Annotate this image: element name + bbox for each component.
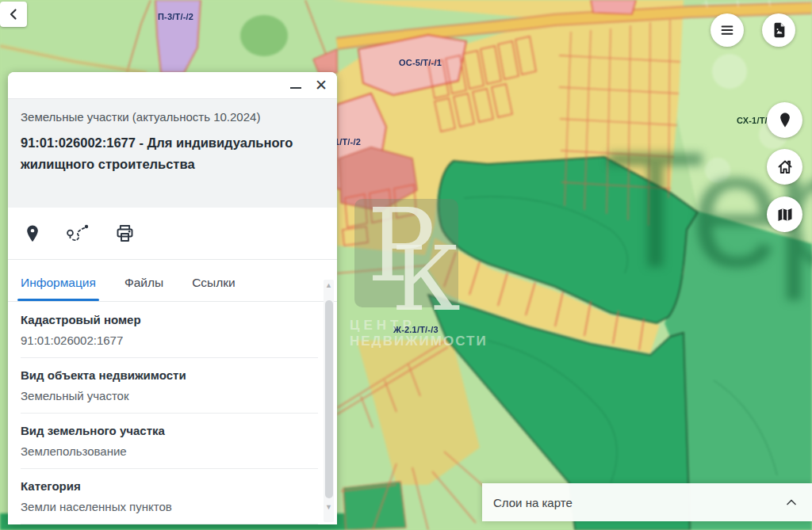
layers-panel-toggle[interactable]: Слои на карте xyxy=(482,483,812,521)
watermark-text: НЕДВИЖИМОСТИ xyxy=(350,334,488,349)
tab-files[interactable]: Файлы xyxy=(124,276,163,301)
home-button[interactable] xyxy=(767,149,802,185)
home-icon xyxy=(776,158,795,177)
hamburger-icon xyxy=(718,21,736,39)
chevron-up-icon xyxy=(783,494,799,510)
parcel-title: 91:01:026002:1677 - Для индивидуального … xyxy=(21,132,318,175)
location-pin-icon xyxy=(24,223,41,244)
field-row: Вид земельного участка Землепользование xyxy=(21,414,318,469)
route-icon xyxy=(65,223,90,245)
field-label: Вид объекта недвижимости xyxy=(21,368,318,382)
parcel-fields-list: Кадастровый номер 91:01:026002:1677 Вид … xyxy=(21,303,318,524)
field-row: Категория Земли населенных пунктов xyxy=(21,469,318,524)
menu-button[interactable] xyxy=(710,13,744,47)
field-value: Земли населенных пунктов xyxy=(21,500,318,513)
basemap-button[interactable] xyxy=(767,196,802,232)
map-icon xyxy=(776,205,795,224)
minimize-button[interactable] xyxy=(286,75,305,94)
tab-links[interactable]: Ссылки xyxy=(192,276,236,301)
watermark-monogram: К xyxy=(392,234,461,323)
back-button[interactable] xyxy=(0,2,27,27)
locate-button[interactable] xyxy=(767,102,802,138)
close-icon: ✕ xyxy=(315,78,327,93)
print-button[interactable] xyxy=(114,223,136,244)
field-label: Вид земельного участка xyxy=(21,424,318,437)
field-value: 91:01:026002:1677 xyxy=(21,334,318,347)
field-label: Кадастровый номер xyxy=(21,313,318,326)
panel-tabs: Информация Файлы Ссылки xyxy=(8,260,337,302)
zone-label: П-3/Т/-/2 xyxy=(158,12,193,21)
file-image-icon xyxy=(770,21,787,39)
layer-subtitle: Земельные участки (актуальность 10.2024) xyxy=(21,110,324,124)
panel-actions xyxy=(8,208,337,260)
scroll-down-arrow[interactable]: ▼ xyxy=(324,501,334,513)
close-button[interactable]: ✕ xyxy=(312,75,331,94)
location-pin-icon xyxy=(776,111,795,130)
panel-header: Земельные участки (актуальность 10.2024)… xyxy=(8,99,337,208)
minus-icon xyxy=(290,87,301,90)
zone-label: ОС-5/Т/-/1 xyxy=(399,58,442,67)
scrollbar-thumb[interactable] xyxy=(325,300,333,498)
field-value: Земельный участок xyxy=(21,389,318,402)
locate-parcel-button[interactable] xyxy=(24,223,41,244)
zone-label: СХ-1/Т/ xyxy=(737,116,768,125)
layers-panel-title: Слои на карте xyxy=(493,496,573,509)
document-export-button[interactable] xyxy=(762,13,795,47)
scroll-up-arrow[interactable]: ▲ xyxy=(324,280,334,291)
field-value: Землепользование xyxy=(21,444,318,458)
field-label: Категория xyxy=(21,479,318,493)
route-button[interactable] xyxy=(65,223,90,245)
panel-scrollbar[interactable]: ▲ ▼ xyxy=(324,280,334,522)
chevron-left-icon xyxy=(7,8,20,21)
field-row: Кадастровый номер 91:01:026002:1677 xyxy=(21,303,318,358)
panel-window-controls: ✕ xyxy=(8,72,337,99)
printer-icon xyxy=(114,223,136,244)
tab-information[interactable]: Информация xyxy=(21,276,96,301)
field-row: Вид объекта недвижимости Земельный участ… xyxy=(21,358,318,414)
watermark-text: ЦЕНТР xyxy=(350,318,416,334)
parcel-info-panel: ✕ Земельные участки (актуальность 10.202… xyxy=(8,72,337,524)
